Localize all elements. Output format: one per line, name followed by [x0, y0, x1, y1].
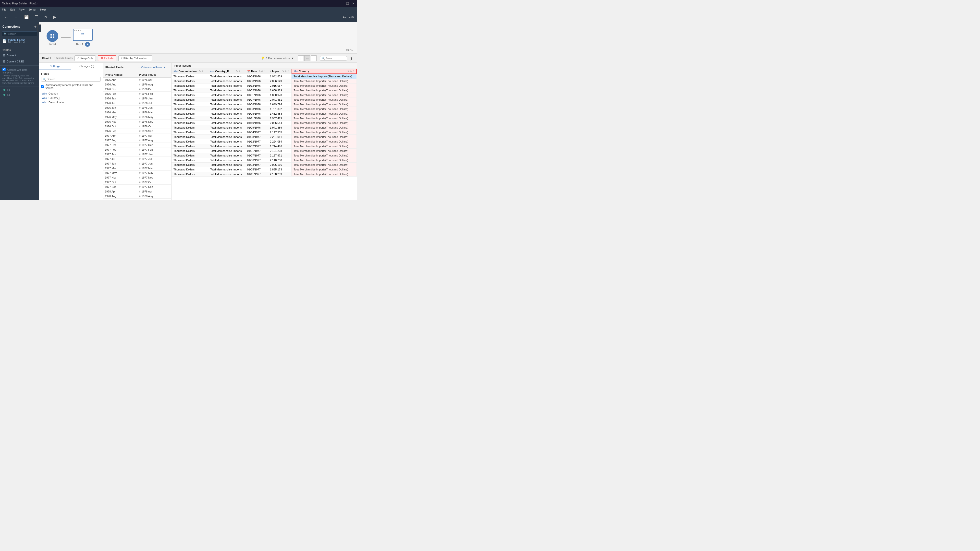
auto-rename-checkbox[interactable]: [41, 85, 44, 88]
table-row: Thousand DollarsTotal Merchandise Import…: [172, 125, 357, 130]
col-type-badge-denomination: Abc: [173, 70, 178, 73]
field-item-country: Abc Country: [41, 91, 101, 96]
fields-search-box[interactable]: 🔍: [41, 77, 101, 81]
pivot-name-item: 1976 Jun: [103, 106, 137, 110]
alerts-button[interactable]: Alerts (0): [343, 16, 354, 19]
close-button[interactable]: ✕: [352, 2, 355, 5]
refresh-button[interactable]: ↻: [43, 14, 49, 20]
table-cell: Total Merchandise Imports(Thousand Dolla…: [291, 97, 357, 102]
sidebar-search-input[interactable]: [8, 32, 35, 35]
table-cell: 1,649,794: [268, 102, 291, 107]
pivot-value-item: # 1976 Sep: [137, 129, 171, 133]
table-cell: Thousand Dollars: [172, 111, 208, 116]
results-table-container[interactable]: AbcDenomination✎⊕⋮AbcCountry_E✎⊕⋮📅Date✎⊕…: [172, 69, 357, 200]
recommendations-button[interactable]: 💡 6 Recommendations ▼: [261, 57, 294, 60]
menu-help[interactable]: Help: [40, 8, 46, 11]
menu-server[interactable]: Server: [29, 8, 36, 11]
svg-rect-0: [51, 34, 52, 35]
table-cell: 01/05/1976: [245, 111, 268, 116]
add-connection-button[interactable]: +: [34, 24, 37, 29]
back-button[interactable]: ←: [3, 14, 10, 20]
minimize-button[interactable]: —: [340, 2, 343, 5]
sidebar-item-content-c7e8[interactable]: ⊞ Content C7:E8: [0, 58, 39, 64]
pivot-name-item: 1977 May: [103, 171, 137, 175]
search-results-box[interactable]: 🔍: [320, 56, 347, 60]
duplicate-button[interactable]: ❐: [33, 14, 40, 20]
table-row: Thousand DollarsTotal Merchandise Import…: [172, 111, 357, 116]
import-node-icon[interactable]: [46, 30, 58, 42]
table-row: Thousand DollarsTotal Merchandise Import…: [172, 149, 357, 153]
sidebar-item-content-c7e8-label: Content C7:E8: [6, 60, 24, 63]
sidebar-tree-t2[interactable]: T2: [0, 92, 39, 97]
toolbar: ← → 💾 ❐ ↻ ▶ Alerts (0): [0, 12, 357, 22]
table-row: Thousand DollarsTotal Merchandise Import…: [172, 93, 357, 97]
view-btn-1[interactable]: ⋮: [298, 56, 304, 61]
pivot1-node-rect[interactable]: ⚙ ✎ ⊞ # ☷: [73, 29, 92, 41]
pivot-name-item: 1978 Aug: [103, 194, 137, 198]
fields-search-input[interactable]: [47, 78, 99, 81]
pivot-name-item: 1977 Jul: [103, 157, 137, 161]
sidebar-search-box[interactable]: 🔍: [2, 31, 37, 36]
flow-canvas: Import ⚙ ✎ ⊞ #: [39, 22, 357, 200]
main-panel: Pivot 1 5 fields 65K rows ✓ Keep Only ✕ …: [39, 54, 357, 200]
table-cell: Total Merchandise Imports(Thousand Dolla…: [291, 116, 357, 121]
results-table-body: Thousand DollarsTotal Merchandise Import…: [172, 74, 357, 176]
restore-button[interactable]: ❐: [346, 2, 349, 5]
pivot-values-container: 1976 Apr1976 Aug1976 Dec1976 Feb1976 Jan…: [103, 78, 171, 200]
menu-edit[interactable]: Edit: [10, 8, 15, 11]
sidebar-file-item[interactable]: 📄 outputFile.xlsx Microsoft Excel: [0, 37, 39, 45]
table-cell: Thousand Dollars: [172, 125, 208, 130]
sidebar-toggle[interactable]: ‹: [37, 24, 41, 32]
keep-only-button[interactable]: ✓ Keep Only: [75, 56, 95, 61]
tab-changes[interactable]: Changes (9): [71, 63, 103, 70]
table-cell: Total Merchandise Imports: [208, 135, 245, 139]
add-step-button[interactable]: +: [85, 42, 90, 47]
sidebar-item-content[interactable]: ⊞ Content: [0, 52, 39, 58]
table-row: Thousand DollarsTotal Merchandise Import…: [172, 167, 357, 172]
filter-calc-button[interactable]: ▿ Filter by Calculation...: [118, 56, 152, 61]
pivot-value-item: # 1976 Oct: [137, 124, 171, 129]
pivot-value-item: # 1976 Apr: [137, 78, 171, 82]
panel-expand-button[interactable]: ❱: [349, 56, 354, 61]
pivot-name-item: 1977 Dec: [103, 143, 137, 148]
col-label-denomination: Denomination: [178, 70, 196, 73]
exclude-button[interactable]: ✕ Exclude: [98, 55, 116, 61]
table-cell: 01/04/1976: [245, 74, 268, 79]
table-cell: Thousand Dollars: [172, 139, 208, 144]
run-button[interactable]: ▶: [52, 14, 57, 20]
auto-rename-row: Automatically rename pivoted fields and …: [41, 84, 101, 89]
forward-button[interactable]: →: [13, 14, 20, 20]
table-cell: Total Merchandise Imports(Thousand Dolla…: [291, 74, 357, 79]
cleaned-checkbox[interactable]: [2, 68, 6, 71]
pivot-name-item: 1976 Nov: [103, 119, 137, 124]
table-cell: 01/02/1977: [245, 144, 268, 149]
table-cell: Thousand Dollars: [172, 88, 208, 93]
pivot-value-item: # 1977 Feb: [137, 148, 171, 152]
fields-section: Fields 🔍 Automatically rename pivoted fi…: [39, 70, 103, 106]
pivot-value-item: # 1977 Nov: [137, 175, 171, 180]
field-name-country: Country: [49, 92, 58, 95]
menu-file[interactable]: File: [2, 8, 6, 11]
table-row: Thousand DollarsTotal Merchandise Import…: [172, 144, 357, 149]
table-cell: 2,006,166: [268, 163, 291, 167]
results-search-input[interactable]: [326, 57, 345, 60]
tables-label: Tables: [0, 47, 39, 52]
save-button[interactable]: 💾: [22, 14, 30, 20]
columns-to-rows-button[interactable]: ☷ Columns to Rows ▼: [135, 64, 169, 70]
table-icon: ☷: [138, 66, 140, 69]
view-btn-3[interactable]: ☰: [311, 56, 317, 61]
results-table-header: AbcDenomination✎⊕⋮AbcCountry_E✎⊕⋮📅Date✎⊕…: [172, 69, 357, 74]
menubar: File Edit Flow Server Help: [0, 7, 357, 12]
table-cell: Total Merchandise Imports(Thousand Dolla…: [291, 149, 357, 153]
pivot-name-item: 1977 Jan: [103, 152, 137, 157]
svg-rect-1: [53, 34, 54, 35]
view-btn-2[interactable]: ⋯: [304, 56, 310, 61]
sidebar-tree-t1[interactable]: T1: [0, 87, 39, 92]
menu-flow[interactable]: Flow: [19, 8, 24, 11]
tab-settings[interactable]: Settings: [39, 63, 71, 70]
pivot-value-item: # 1977 Sep: [137, 185, 171, 189]
table-row: Thousand DollarsTotal Merchandise Import…: [172, 153, 357, 158]
table-cell: 01/03/1977: [245, 163, 268, 167]
pivot1-icons-row: ⚙ ✎ ⊞ #: [74, 30, 81, 32]
pivot-name-item: 1976 Mar: [103, 110, 137, 115]
